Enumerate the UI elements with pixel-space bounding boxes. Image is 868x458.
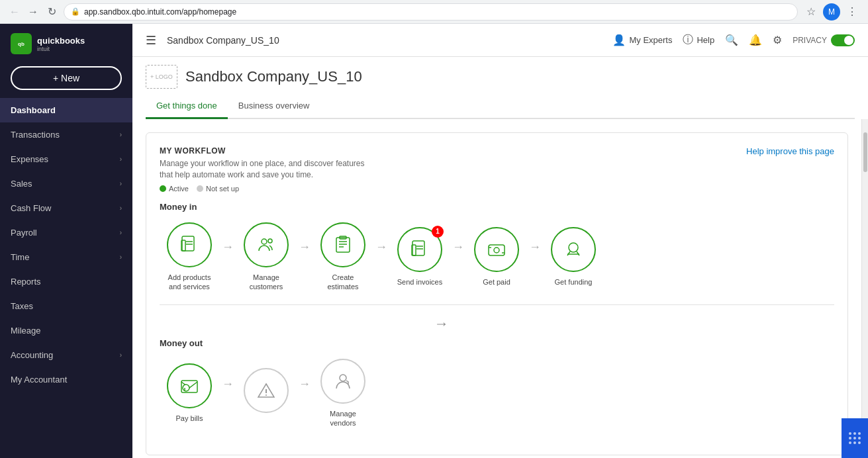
privacy-toggle: PRIVACY xyxy=(793,34,855,46)
step-circle[interactable] xyxy=(167,363,212,408)
step-circle[interactable] xyxy=(474,227,519,272)
step-circle[interactable] xyxy=(551,227,596,272)
sidebar-item-label: Dashboard xyxy=(11,105,56,115)
sidebar-item-label: Reports xyxy=(11,277,41,287)
step-label: Send invoices xyxy=(397,277,443,287)
notifications-btn[interactable]: 🔔 xyxy=(749,34,762,46)
sidebar: qb quickbooks intuit + New DashboardTran… xyxy=(0,24,132,458)
svg-point-22 xyxy=(183,385,189,391)
money-out-label: Money out xyxy=(160,338,834,348)
svg-rect-6 xyxy=(336,238,350,252)
workflow-step[interactable]: Createestimates xyxy=(313,222,373,292)
my-experts-btn[interactable]: 👤 My Experts xyxy=(612,34,672,46)
section-divider xyxy=(160,304,834,305)
chevron-icon: › xyxy=(120,351,122,359)
company-header-row: + LOGO Sandbox Company_US_10 xyxy=(146,65,855,89)
star-btn[interactable]: ☆ xyxy=(803,4,819,20)
sidebar-item-label: Time xyxy=(11,252,29,262)
sidebar-item-payroll[interactable]: Payroll› xyxy=(0,220,132,245)
workflow-card: MY WORKFLOW Manage your workflow in one … xyxy=(146,132,848,455)
step-arrow: → xyxy=(222,240,234,254)
legend-not-set: Not set up xyxy=(197,185,239,193)
sidebar-item-sales[interactable]: Sales› xyxy=(0,171,132,196)
step-arrow: → xyxy=(299,240,311,254)
workflow-title: MY WORKFLOW xyxy=(160,146,365,156)
step-circle[interactable] xyxy=(244,368,289,413)
sidebar-item-label: My Accountant xyxy=(11,375,67,385)
sidebar-item-label: Sales xyxy=(11,179,32,189)
sidebar-logo: qb quickbooks intuit xyxy=(0,24,132,64)
sidebar-item-taxes[interactable]: Taxes xyxy=(0,294,132,318)
step-label: Get paid xyxy=(483,277,510,287)
sidebar-item-reports[interactable]: Reports xyxy=(0,269,132,294)
chevron-icon: › xyxy=(120,229,122,236)
sidebar-item-label: Accounting xyxy=(11,350,53,360)
reload-btn[interactable]: ↻ xyxy=(45,5,58,19)
svg-rect-0 xyxy=(182,236,194,251)
step-label: Pay bills xyxy=(176,414,203,423)
lock-icon: 🔒 xyxy=(71,7,80,16)
step-arrow: → xyxy=(529,240,541,254)
tab-business-overview[interactable]: Business overview xyxy=(228,95,320,119)
search-btn[interactable]: 🔍 xyxy=(725,34,738,46)
step-badge: 1 xyxy=(432,226,444,238)
settings-btn[interactable]: ⚙ xyxy=(773,34,782,46)
sidebar-item-label: Cash Flow xyxy=(11,203,51,213)
tab-get-things-done[interactable]: Get things done xyxy=(146,95,228,119)
workflow-step[interactable]: Pay bills xyxy=(160,363,219,423)
sidebar-item-my-accountant[interactable]: My Accountant xyxy=(0,367,132,392)
step-arrow: → xyxy=(222,377,234,391)
chevron-icon: › xyxy=(120,253,122,261)
scrollbar-thumb xyxy=(863,132,867,172)
workflow-step[interactable]: Get funding xyxy=(544,227,603,287)
money-in-label: Money in xyxy=(160,202,834,212)
step-arrow: → xyxy=(299,377,311,391)
step-circle[interactable] xyxy=(244,222,289,267)
sidebar-item-label: Expenses xyxy=(11,154,48,164)
help-btn[interactable]: ⓘ Help xyxy=(683,33,714,47)
right-scrollbar[interactable] xyxy=(861,119,868,458)
privacy-switch[interactable] xyxy=(831,34,855,46)
workflow-step[interactable]: Add productsand services xyxy=(160,222,219,292)
dot-grid xyxy=(849,432,861,444)
help-improve-link[interactable]: Help improve this page xyxy=(746,146,834,156)
sidebar-item-label: Taxes xyxy=(11,301,33,311)
sidebar-item-dashboard[interactable]: Dashboard xyxy=(0,98,132,122)
search-icon: 🔍 xyxy=(725,34,738,46)
sidebar-item-cash-flow[interactable]: Cash Flow› xyxy=(0,196,132,220)
sidebar-item-transactions[interactable]: Transactions› xyxy=(0,122,132,147)
workflow-step[interactable]: Get paid xyxy=(467,227,526,287)
step-circle[interactable] xyxy=(320,222,365,267)
workflow-desc: Manage your workflow in one place, and d… xyxy=(160,158,365,181)
workflow-step[interactable]: Managecustomers xyxy=(236,222,296,292)
sidebar-item-label: Transactions xyxy=(11,130,60,140)
sidebar-item-mileage[interactable]: Mileage xyxy=(0,318,132,343)
step-circle[interactable] xyxy=(320,359,365,404)
sidebar-item-accounting[interactable]: Accounting› xyxy=(0,343,132,367)
nav-back-btn[interactable]: ← xyxy=(8,5,21,19)
workflow-step[interactable] xyxy=(236,368,296,418)
step-circle[interactable] xyxy=(167,222,212,267)
hamburger-btn[interactable]: ☰ xyxy=(146,33,156,48)
svg-point-16 xyxy=(494,248,499,253)
logo-placeholder[interactable]: + LOGO xyxy=(146,65,177,89)
step-circle[interactable]: 1 xyxy=(397,227,442,272)
app-container: qb quickbooks intuit + New DashboardTran… xyxy=(0,24,868,458)
step-arrow: → xyxy=(375,240,387,254)
chevron-icon: › xyxy=(120,156,122,163)
step-label: Createestimates xyxy=(327,273,358,292)
tabs-row: Get things doneBusiness overview xyxy=(146,95,855,119)
nav-forward-btn[interactable]: → xyxy=(26,5,40,19)
money-in-steps: Add productsand services→Managecustomers… xyxy=(160,222,834,292)
qb-logo-text: quickbooks intuit xyxy=(37,36,85,52)
company-title: Sandbox Company_US_10 xyxy=(185,68,362,85)
gear-icon: ⚙ xyxy=(773,34,782,46)
topbar-company-name: Sandbox Company_US_10 xyxy=(167,35,279,46)
url-bar[interactable]: 🔒 app.sandbox.qbo.intuit.com/app/homepag… xyxy=(64,3,798,21)
new-button[interactable]: + New xyxy=(11,66,122,90)
sidebar-item-time[interactable]: Time› xyxy=(0,245,132,269)
workflow-step[interactable]: Managevendors xyxy=(313,359,373,428)
sidebar-item-expenses[interactable]: Expenses› xyxy=(0,147,132,171)
workflow-step[interactable]: 1Send invoices xyxy=(390,227,450,287)
menu-btn[interactable]: ⋮ xyxy=(844,4,860,20)
